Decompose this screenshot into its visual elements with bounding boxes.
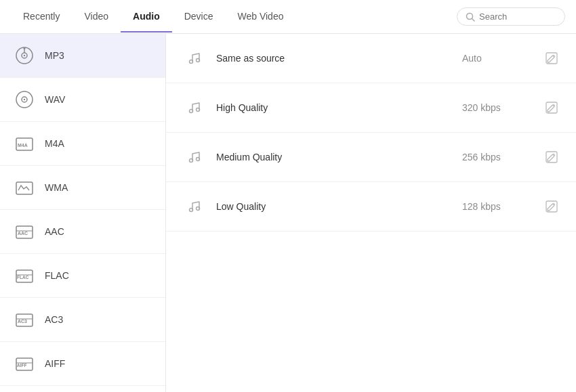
svg-text:AAC: AAC <box>18 231 28 236</box>
sidebar-item-aac[interactable]: AAC AAC <box>0 210 165 254</box>
format-row-low-quality[interactable]: Low Quality 128 kbps <box>166 182 576 232</box>
edit-icon-high-quality[interactable] <box>543 100 560 116</box>
m4a-icon: M4A <box>14 133 35 154</box>
svg-text:M4A: M4A <box>18 143 28 148</box>
search-input[interactable] <box>479 12 556 22</box>
svg-point-34 <box>190 209 193 212</box>
tab-device[interactable]: Device <box>172 1 226 32</box>
sidebar-label-m4a: M4A <box>45 138 64 149</box>
format-name-medium-quality: Medium Quality <box>216 152 462 162</box>
edit-icon-medium-quality[interactable] <box>543 149 560 165</box>
sidebar-label-aac: AAC <box>45 226 64 237</box>
edit-icon-low-quality[interactable] <box>543 198 560 215</box>
sidebar-label-aiff: AIFF <box>45 358 65 369</box>
flac-icon: FLAC <box>14 265 35 286</box>
format-quality-medium-quality: 256 kbps <box>462 152 543 162</box>
format-name-high-quality: High Quality <box>216 102 462 113</box>
mp3-icon <box>14 45 35 66</box>
format-row-same-as-source[interactable]: Same as source Auto <box>166 34 576 83</box>
sidebar-item-aiff[interactable]: AIFF AIFF <box>0 342 165 386</box>
top-nav: Recently Video Audio Device Web Video <box>0 0 576 34</box>
sidebar-label-flac: FLAC <box>45 270 69 281</box>
format-quality-high-quality: 320 kbps <box>462 102 543 113</box>
svg-point-32 <box>197 158 200 161</box>
svg-point-28 <box>190 110 193 113</box>
format-name-same-as-source: Same as source <box>216 53 462 64</box>
music-note-icon-1 <box>182 95 207 120</box>
sidebar-item-flac[interactable]: FLAC FLAC <box>0 254 165 298</box>
sidebar-item-ac3[interactable]: AC3 AC3 <box>0 298 165 342</box>
ac3-icon: AC3 <box>14 309 35 330</box>
music-note-icon-3 <box>182 194 207 219</box>
sidebar: MP3 WAV M4A M4A <box>0 34 166 392</box>
svg-text:FLAC: FLAC <box>17 275 29 280</box>
sidebar-item-wav[interactable]: WAV <box>0 78 165 122</box>
sidebar-item-mp3[interactable]: MP3 <box>0 34 165 78</box>
format-row-medium-quality[interactable]: Medium Quality 256 kbps <box>166 133 576 182</box>
search-icon <box>466 12 475 22</box>
edit-icon-same-as-source[interactable] <box>543 50 560 66</box>
nav-tabs: Recently Video Audio Device Web Video <box>11 1 457 32</box>
sidebar-label-mp3: MP3 <box>45 50 64 61</box>
tab-recently[interactable]: Recently <box>11 1 72 32</box>
main-content: MP3 WAV M4A M4A <box>0 34 576 392</box>
format-quality-low-quality: 128 kbps <box>462 201 543 212</box>
music-note-icon-2 <box>182 145 207 169</box>
wav-icon <box>14 89 35 110</box>
aiff-icon: AIFF <box>14 353 35 374</box>
sidebar-item-m4a[interactable]: M4A M4A <box>0 122 165 166</box>
format-list: Same as source Auto High Quality 320 <box>166 34 576 392</box>
svg-text:AC3: AC3 <box>18 319 27 324</box>
svg-line-1 <box>472 18 475 21</box>
svg-point-25 <box>190 60 193 64</box>
sidebar-label-ac3: AC3 <box>45 314 63 325</box>
sidebar-label-wav: WAV <box>45 94 65 105</box>
svg-point-31 <box>190 159 193 162</box>
music-note-icon-0 <box>182 46 207 70</box>
svg-point-9 <box>24 99 25 100</box>
svg-point-5 <box>24 47 26 49</box>
search-box[interactable] <box>457 7 565 26</box>
tab-video[interactable]: Video <box>72 1 121 32</box>
sidebar-label-wma: WMA <box>45 182 68 193</box>
svg-point-29 <box>197 108 200 112</box>
format-name-low-quality: Low Quality <box>216 201 462 212</box>
aac-icon: AAC <box>14 221 35 242</box>
svg-text:AIFF: AIFF <box>17 363 26 368</box>
tab-web-video[interactable]: Web Video <box>225 1 295 32</box>
format-quality-same-as-source: Auto <box>462 53 543 64</box>
wma-icon <box>14 177 35 198</box>
svg-point-26 <box>197 59 200 62</box>
svg-point-35 <box>197 207 200 211</box>
tab-audio[interactable]: Audio <box>121 1 172 32</box>
svg-point-4 <box>24 55 25 56</box>
format-row-high-quality[interactable]: High Quality 320 kbps <box>166 83 576 133</box>
sidebar-item-wma[interactable]: WMA <box>0 166 165 210</box>
